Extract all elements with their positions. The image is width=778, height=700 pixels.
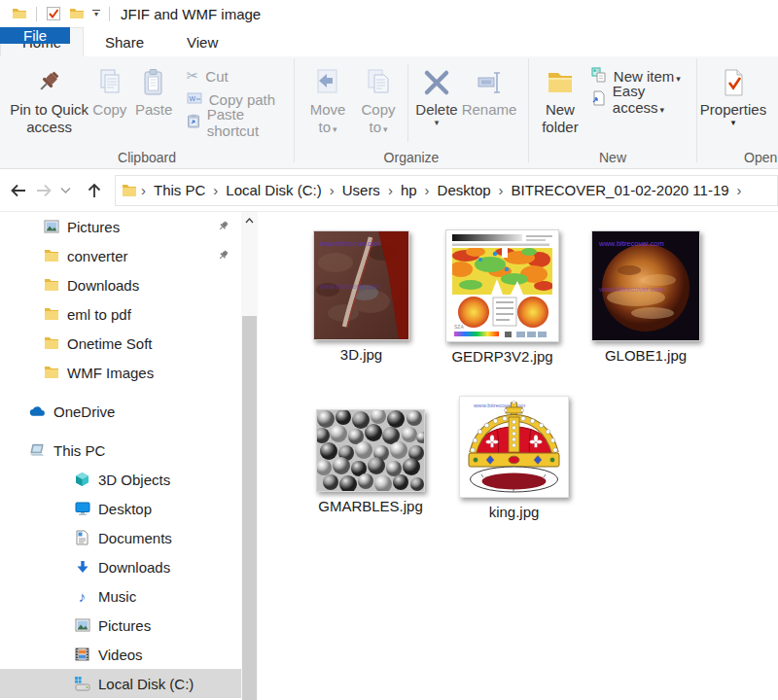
breadcrumb-item[interactable]: BITRECOVER_01-02-2020 11-19 <box>506 182 735 198</box>
pin-icon <box>217 219 230 235</box>
copy-to-button[interactable]: Copy to▾ <box>353 62 404 138</box>
videos-film-icon <box>74 647 90 663</box>
sidebar-item-videos[interactable]: Videos <box>0 640 241 669</box>
delete-button[interactable]: Delete ▾ <box>412 62 461 126</box>
thumbnail-3d: www.bitrecover.com www.bitrecover.com <box>313 230 409 340</box>
dropdown-caret: ▾ <box>731 119 736 126</box>
address-folder-icon <box>122 184 137 197</box>
properties-check-icon[interactable] <box>45 5 62 22</box>
folder-icon <box>43 306 59 323</box>
scrollbar-up-arrow[interactable] <box>241 212 258 228</box>
breadcrumb-item[interactable]: This PC <box>148 182 211 198</box>
paste-button[interactable]: Paste <box>131 62 177 119</box>
breadcrumb-chevron[interactable]: › <box>423 182 432 198</box>
tab-file[interactable]: File <box>0 27 70 44</box>
copy-button[interactable]: Copy <box>88 62 130 119</box>
breadcrumb-chevron[interactable]: › <box>139 182 148 198</box>
dropdown-caret: ▾ <box>383 124 388 134</box>
pin-to-quick-access-button[interactable]: Pin to Quick access <box>10 62 88 136</box>
file-item-globe1[interactable]: www.bitrecover.com www.bitrecover.com GL… <box>591 230 700 364</box>
sidebar-item-pictures-qa[interactable]: Pictures <box>0 212 241 241</box>
svg-text:W: W <box>189 94 195 101</box>
copy-to-icon <box>363 64 394 101</box>
recent-locations-chevron[interactable] <box>56 178 74 203</box>
sidebar-item-converter[interactable]: converter <box>0 241 241 270</box>
sidebar-item-local-disk-c[interactable]: Local Disk (C:) <box>0 669 241 698</box>
breadcrumb-chevron[interactable]: › <box>328 182 336 198</box>
svg-text:www.bitrecover.com: www.bitrecover.com <box>319 283 380 290</box>
svg-text:www.bitrecover.com: www.bitrecover.com <box>598 239 664 248</box>
scissors-icon: ✂ <box>187 67 199 85</box>
group-label-new: New <box>529 150 696 165</box>
explorer-folder-icon[interactable] <box>11 5 28 22</box>
sidebar-item-wmf-images[interactable]: WMF Images <box>0 358 241 387</box>
breadcrumb-item[interactable]: Local Disk (C:) <box>220 182 327 198</box>
paste-shortcut-icon <box>187 114 200 131</box>
file-item-king[interactable]: www.bitrecover.com <box>459 396 569 520</box>
sidebar-item-pictures[interactable]: Pictures <box>0 611 241 640</box>
ribbon-group-organize: Move to▾ Copy to▾ Delete ▾ Renam <box>295 56 528 168</box>
breadcrumb-item[interactable]: Users <box>336 182 386 198</box>
pin-icon <box>217 248 230 264</box>
breadcrumb-item[interactable]: Desktop <box>432 182 497 198</box>
file-item-gedrp3v2[interactable]: SZA GEDRP3V2.jpg <box>445 229 559 365</box>
music-note-icon: ♪ <box>74 588 90 605</box>
sidebar-item-eml-to-pdf[interactable]: eml to pdf <box>0 299 241 329</box>
breadcrumb-chevron[interactable]: › <box>211 182 220 198</box>
paste-shortcut-button[interactable]: Paste shortcut <box>187 111 294 134</box>
qat-separator <box>109 7 110 21</box>
group-label-organize: Organize <box>295 150 528 165</box>
tab-share[interactable]: Share <box>84 27 165 56</box>
thumbnail-globe1: www.bitrecover.com www.bitrecover.com <box>591 230 700 341</box>
back-button[interactable] <box>6 178 31 203</box>
cut-button[interactable]: ✂ Cut <box>187 64 294 88</box>
sidebar-item-this-pc[interactable]: This PC <box>0 436 241 465</box>
breadcrumb: › This PC › Local Disk (C:) › Users › hp… <box>115 175 778 206</box>
sidebar-item-downloads-qa[interactable]: Downloads <box>0 270 241 299</box>
new-folder-button[interactable]: New folder <box>535 62 585 136</box>
breadcrumb-item[interactable]: hp <box>395 182 423 198</box>
folder-icon[interactable] <box>68 5 86 22</box>
scrollbar-thumb[interactable] <box>242 316 257 700</box>
forward-button[interactable] <box>31 178 56 203</box>
inner-separator <box>407 64 408 142</box>
properties-button[interactable]: Properties ▾ <box>701 62 765 126</box>
main-area: Pictures converter Downloads eml to p <box>0 212 778 700</box>
tab-view[interactable]: View <box>165 27 239 56</box>
rename-icon <box>474 64 505 101</box>
copy-icon <box>94 64 125 101</box>
svg-text:www.bitrecover.com: www.bitrecover.com <box>598 285 664 294</box>
group-label-open: Open <box>697 150 778 165</box>
move-to-button[interactable]: Move to▾ <box>302 62 353 138</box>
breadcrumb-chevron[interactable]: › <box>735 182 744 198</box>
sidebar-item-3d-objects[interactable]: 3D Objects <box>0 465 241 494</box>
easy-access-button[interactable]: Easy access▾ <box>591 88 696 111</box>
breadcrumb-chevron[interactable]: › <box>497 182 506 198</box>
ribbon-group-open: Properties ▾ <box>697 56 778 168</box>
sidebar-item-music[interactable]: ♪ Music <box>0 581 241 611</box>
sidebar-item-downloads[interactable]: Downloads <box>0 552 241 581</box>
file-item-gmarbles[interactable]: GMARBLES.jpg <box>316 409 425 514</box>
easy-access-icon <box>591 90 606 109</box>
sidebar-item-desktop[interactable]: Desktop <box>0 494 241 523</box>
onedrive-cloud-icon <box>29 403 46 420</box>
3d-cube-icon <box>74 472 90 488</box>
customize-quick-access-icon[interactable]: ▾ <box>92 10 100 18</box>
sidebar-item-onetime-soft[interactable]: Onetime Soft <box>0 329 241 358</box>
move-to-icon <box>312 64 343 101</box>
svg-text:SZA: SZA <box>454 324 464 330</box>
title-bar: ▾ JFIF and WMF image <box>0 0 778 27</box>
sidebar-item-documents[interactable]: Documents <box>0 523 241 552</box>
file-name: 3D.jpg <box>313 346 409 363</box>
document-icon <box>74 530 90 546</box>
file-list: www.bitrecover.com www.bitrecover.com 3D… <box>258 212 778 700</box>
rename-button[interactable]: Rename <box>461 62 517 119</box>
svg-text:www.bitrecover.com: www.bitrecover.com <box>319 240 380 247</box>
up-button[interactable] <box>82 178 107 203</box>
dropdown-caret: ▾ <box>333 124 337 134</box>
sidebar-scrollbar[interactable] <box>241 212 258 700</box>
breadcrumb-chevron[interactable]: › <box>386 182 395 198</box>
folder-icon <box>43 248 59 264</box>
file-item-3d[interactable]: www.bitrecover.com www.bitrecover.com 3D… <box>313 230 409 363</box>
sidebar-item-onedrive[interactable]: OneDrive <box>0 397 241 426</box>
